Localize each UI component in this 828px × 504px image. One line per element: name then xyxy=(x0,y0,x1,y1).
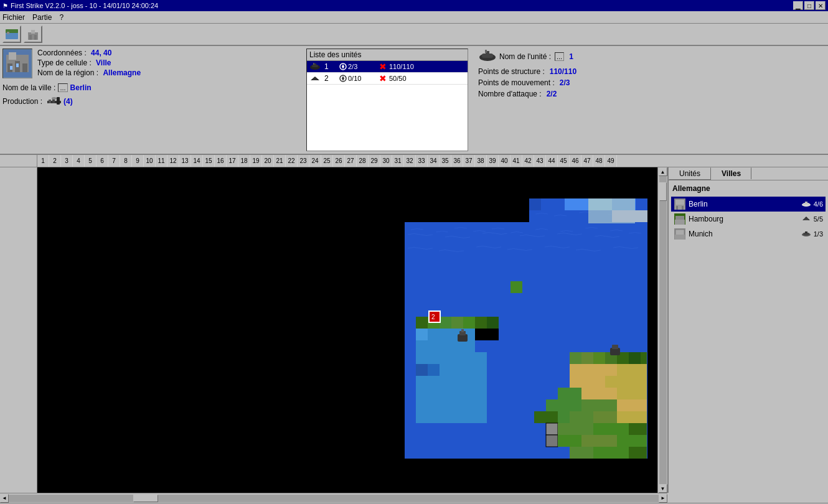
svg-rect-90 xyxy=(581,399,617,411)
svg-rect-41 xyxy=(636,198,647,210)
coord-num-1: 1 xyxy=(37,155,49,167)
scroll-track-horizontal[interactable] xyxy=(9,495,659,502)
svg-rect-92 xyxy=(534,411,558,423)
svg-rect-13 xyxy=(10,66,12,70)
svg-rect-6 xyxy=(34,35,37,40)
close-button[interactable]: ✕ xyxy=(816,1,826,10)
minimize-button[interactable]: ▁ xyxy=(793,1,803,10)
cell-info-top: Coordonnées : 44, 40 Type de cellule : V… xyxy=(2,49,301,78)
coord-num-47: 47 xyxy=(581,155,593,167)
coord-num-18: 18 xyxy=(238,155,250,167)
svg-rect-105 xyxy=(570,447,593,459)
city-name-row: Nom de la ville : ... Berlin xyxy=(2,83,301,92)
coord-num-43: 43 xyxy=(534,155,546,167)
svg-rect-94 xyxy=(570,411,593,423)
unit-num-2: 2 xyxy=(324,74,337,83)
coord-num-42: 42 xyxy=(522,155,534,167)
svg-rect-34 xyxy=(553,198,565,210)
tab-unites[interactable]: Unités xyxy=(669,167,711,180)
city-unit-berlin xyxy=(801,200,811,208)
menu-partie[interactable]: Partie xyxy=(32,13,52,22)
svg-rect-42 xyxy=(529,210,541,222)
svg-rect-98 xyxy=(546,435,558,447)
scroll-track-vertical[interactable] xyxy=(659,176,667,484)
city-production-berlin: 4/6 xyxy=(814,200,823,208)
coord-row: Coordonnées : 44, 40 xyxy=(37,49,141,57)
svg-rect-64 xyxy=(428,329,440,340)
svg-rect-61 xyxy=(475,317,487,329)
coord-num-29: 29 xyxy=(369,155,380,167)
map-canvas[interactable]: 2 xyxy=(37,167,657,493)
coord-num-27: 27 xyxy=(345,155,357,167)
scroll-right-button[interactable]: ► xyxy=(659,494,667,503)
svg-rect-104 xyxy=(617,435,647,447)
coord-num-41: 41 xyxy=(510,155,522,167)
svg-rect-71 xyxy=(428,340,440,352)
attack-row: Nombre d'attaque : 2/2 xyxy=(478,90,826,98)
svg-rect-58 xyxy=(440,317,451,329)
city-name-edit-button[interactable]: ... xyxy=(58,83,67,92)
svg-rect-129 xyxy=(675,220,685,225)
map-scrollbar-vertical[interactable]: ▲ ▼ xyxy=(657,167,667,493)
right-panel: Unités Villes Allemagne Berlin 4/6 xyxy=(667,167,828,493)
svg-rect-74 xyxy=(463,340,475,352)
unit-row-2[interactable]: 2 0/10 ✖ 50/50 xyxy=(307,73,468,85)
maximize-button[interactable]: □ xyxy=(804,1,814,10)
tab-villes[interactable]: Villes xyxy=(711,167,751,180)
svg-rect-86 xyxy=(558,388,581,399)
coord-num-40: 40 xyxy=(499,155,510,167)
svg-rect-101 xyxy=(629,423,647,435)
scroll-left-button[interactable]: ◄ xyxy=(0,494,9,503)
svg-rect-4 xyxy=(31,30,35,34)
svg-rect-87 xyxy=(581,388,617,399)
cell-info: Coordonnées : 44, 40 Type de cellule : V… xyxy=(2,49,301,151)
titlebar: ⚑ First Strike V2.2.0 - joss - 10 - 14/0… xyxy=(0,0,828,11)
coord-num-46: 46 xyxy=(570,155,581,167)
city-row-berlin[interactable]: Berlin 4/6 xyxy=(671,197,826,212)
coord-num-24: 24 xyxy=(309,155,321,167)
city-row-munich[interactable]: Munich 1/3 xyxy=(671,226,826,241)
coord-num-3: 3 xyxy=(61,155,73,167)
svg-rect-77 xyxy=(593,352,605,364)
scroll-up-button[interactable]: ▲ xyxy=(659,167,667,176)
map-scrollbar-horizontal[interactable]: ◄ ► xyxy=(0,493,667,503)
toolbar xyxy=(0,24,828,46)
svg-rect-106 xyxy=(593,447,629,459)
coord-num-14: 14 xyxy=(191,155,203,167)
svg-rect-9 xyxy=(9,52,16,60)
coord-num-26: 26 xyxy=(333,155,345,167)
unit-move-1: 2/3 xyxy=(339,63,377,70)
unit-name-edit-button[interactable]: ... xyxy=(555,52,564,61)
svg-rect-84 xyxy=(570,376,605,388)
svg-rect-103 xyxy=(581,435,617,447)
menu-fichier[interactable]: Fichier xyxy=(2,13,25,22)
scroll-down-button[interactable]: ▼ xyxy=(659,484,667,493)
unit-info: Nom de l'unité : ... 1 Points de structu… xyxy=(473,49,826,151)
svg-rect-16 xyxy=(49,100,51,103)
map-container: 2 ▲ ▼ xyxy=(0,167,667,493)
svg-rect-43 xyxy=(541,210,553,222)
svg-rect-76 xyxy=(581,352,593,364)
svg-rect-113 xyxy=(461,329,464,332)
svg-rect-107 xyxy=(629,447,647,459)
unit-row-1[interactable]: 1 2/3 ✖ 110/110 xyxy=(307,61,468,73)
production-row: Production : (4) xyxy=(2,97,301,106)
scroll-thumb-vertical[interactable] xyxy=(659,182,667,201)
coord-num-30: 30 xyxy=(380,155,392,167)
main-view: 2 ▲ ▼ Unités Villes Allemagne xyxy=(0,167,828,493)
map-svg[interactable]: 2 xyxy=(37,167,651,466)
svg-rect-5 xyxy=(29,35,32,40)
coord-num-23: 23 xyxy=(298,155,309,167)
svg-rect-60 xyxy=(463,317,475,329)
menu-help[interactable]: ? xyxy=(59,13,64,22)
unit-hp-icon-1: ✖ xyxy=(379,62,387,72)
city-row-hambourg[interactable]: Hambourg 5/5 xyxy=(671,212,826,226)
region-row: Nom de la région : Allemagne xyxy=(37,68,141,77)
svg-rect-70 xyxy=(416,340,428,352)
svg-rect-109 xyxy=(416,364,428,376)
toolbar-city-button[interactable] xyxy=(24,26,42,43)
svg-rect-75 xyxy=(570,352,581,364)
scroll-thumb-horizontal[interactable] xyxy=(133,495,158,502)
svg-rect-91 xyxy=(617,399,647,411)
toolbar-map-button[interactable] xyxy=(2,26,21,43)
